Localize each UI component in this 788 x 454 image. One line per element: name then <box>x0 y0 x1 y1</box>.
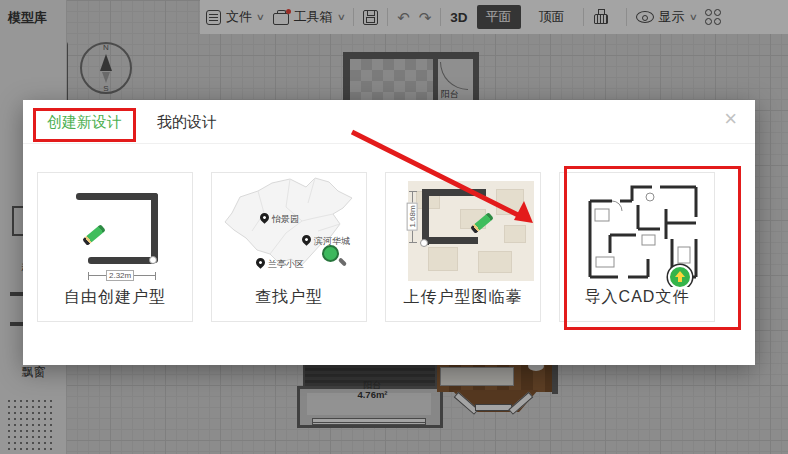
card-upload-trace[interactable]: 1.68m 上传户型图临摹 <box>385 172 541 322</box>
close-icon[interactable]: × <box>724 108 737 130</box>
card-title: 上传户型图临摹 <box>386 287 540 321</box>
wall-sketch <box>76 193 158 200</box>
pin-icon <box>254 256 267 269</box>
create-design-dialog: 创建新设计 我的设计 × 2.32m 自由创建户型 <box>23 100 755 365</box>
wall-endpoint <box>149 256 157 264</box>
free-create-illustration: 2.32m <box>38 173 192 287</box>
card-title: 导入CAD文件 <box>560 287 714 321</box>
pin-icon <box>258 211 271 224</box>
cad-floorplan <box>560 173 714 287</box>
app-window: 阳台 N S 阳台 4.76m² 移门 <box>0 0 788 454</box>
card-import-cad[interactable]: 导入CAD文件 <box>559 172 715 322</box>
pin-label: 怡景园 <box>272 213 299 226</box>
trace-illustration: 1.68m <box>386 173 540 287</box>
china-map-illustration: 怡景园 滨河华城 兰亭小区 <box>212 173 366 287</box>
dimension-label: 1.68m <box>407 202 418 230</box>
dimension-label: 2.32m <box>106 270 134 281</box>
map-pin: 怡景园 <box>260 213 282 225</box>
card-title: 查找户型 <box>212 287 366 321</box>
map-pin: 兰亭小区 <box>256 258 278 270</box>
wall-sketch <box>88 257 155 264</box>
upload-icon <box>668 265 692 287</box>
wall-endpoint <box>420 239 428 247</box>
map-pin: 滨河华城 <box>302 235 324 247</box>
tab-create-new-design[interactable]: 创建新设计 <box>47 100 122 144</box>
tab-my-designs[interactable]: 我的设计 <box>157 100 217 144</box>
wall-sketch <box>151 193 158 263</box>
magnifier-icon <box>322 245 339 262</box>
card-title: 自由创建户型 <box>38 287 192 321</box>
card-find-floorplan[interactable]: 怡景园 滨河华城 兰亭小区 查找户型 <box>211 172 367 322</box>
pencil-icon <box>82 224 106 246</box>
card-free-create[interactable]: 2.32m 自由创建户型 <box>37 172 193 322</box>
pin-icon <box>300 233 313 246</box>
wall-sketch <box>428 237 478 244</box>
dialog-tabbar: 创建新设计 我的设计 × <box>23 100 755 144</box>
pin-label: 兰亭小区 <box>268 258 304 271</box>
cad-illustration <box>560 173 714 287</box>
wall-sketch <box>422 189 486 196</box>
create-options: 2.32m 自由创建户型 怡景园 滨河华城 <box>37 172 715 322</box>
